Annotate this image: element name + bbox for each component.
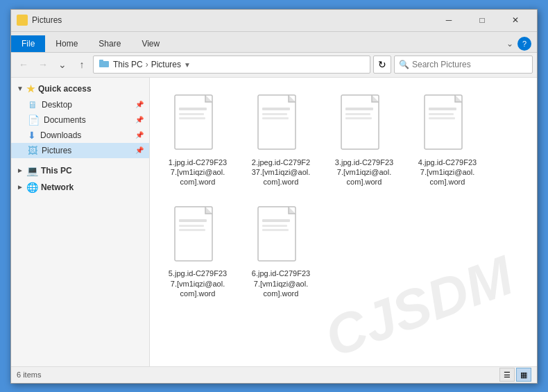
explorer-window: Pictures ─ □ ✕ File Home Share View ⌄ ? … [10,9,538,384]
svg-rect-27 [179,219,207,222]
tab-home[interactable]: Home [45,35,88,52]
search-icon: 🔍 [399,60,409,69]
svg-rect-9 [179,117,205,119]
svg-rect-8 [179,113,204,115]
network-icon: 🌐 [26,182,38,193]
ribbon-tabs: File Home Share View ⌄ ? [11,32,537,53]
file-area: CJSDM 1.jpg.id-C279F237.[vm1iqzi@ao [150,78,537,366]
svg-rect-23 [429,113,454,115]
file-item-2[interactable]: 2.jpeg.id-C279F237.[vm1iqzi@aol.com].wor… [243,87,319,192]
window-icon [17,15,28,26]
file-icon-3 [336,92,392,155]
documents-icon: 📄 [28,114,40,126]
main-area: ▼ ★ Quick access 🖥 Desktop 📌 📄 Documents… [11,78,537,366]
forward-button[interactable]: → [35,56,51,73]
sidebar-network[interactable]: ► 🌐 Network [11,179,149,196]
sidebar-documents-label: Documents [44,115,86,125]
sidebar-this-pc[interactable]: ► 💻 This PC [11,162,149,179]
sidebar-desktop-label: Desktop [42,100,72,110]
svg-rect-22 [429,108,456,110]
dropdown-button[interactable]: ⌄ [54,56,71,73]
window-title: Pictures [32,15,433,25]
file-icon-6 [253,203,309,266]
sidebar-quick-access[interactable]: ▼ ★ Quick access [11,80,149,97]
file-item-6[interactable]: 6.jpg.id-C279F237.[vm1iqzi@aol.com].word [243,198,319,303]
svg-rect-13 [262,113,287,115]
close-button[interactable]: ✕ [499,10,531,31]
window-controls: ─ □ ✕ [433,10,531,31]
pin-icon-desktop: 📌 [135,101,144,108]
breadcrumb-thispc[interactable]: This PC [113,60,143,69]
file-name-2: 2.jpeg.id-C279F237.[vm1iqzi@aol.com].wor… [252,157,311,187]
tab-view[interactable]: View [131,35,170,52]
this-pc-label: This PC [41,166,72,176]
up-button[interactable]: ↑ [74,56,90,73]
expand-ribbon-icon[interactable]: ⌄ [506,39,513,49]
tab-file[interactable]: File [11,35,45,52]
svg-rect-34 [262,229,289,231]
svg-rect-24 [429,117,455,119]
sidebar-item-pictures[interactable]: 🖼 Pictures 📌 [11,143,149,158]
svg-rect-19 [345,117,372,119]
file-icon-1 [170,92,225,155]
network-chevron: ► [17,183,24,191]
maximize-button[interactable]: □ [466,10,498,31]
file-item-4[interactable]: 4.jpg.id-C279F237.[vm1iqzi@aol.com].word [409,87,486,192]
file-icon-5 [170,203,225,266]
quick-access-chevron: ▼ [17,85,24,92]
svg-rect-25 [175,207,212,261]
svg-rect-4 [99,60,103,62]
file-name-1: 1.jpg.id-C279F237.[vm1iqzi@aol.com].word [169,157,227,187]
large-icons-view-button[interactable]: ▦ [516,368,531,382]
svg-rect-14 [262,117,289,119]
file-name-3: 3.jpg.id-C279F237.[vm1iqzi@aol.com].word [335,157,393,187]
help-button[interactable]: ? [517,37,531,51]
sidebar-item-desktop[interactable]: 🖥 Desktop 📌 [11,97,149,112]
sidebar-pictures-label: Pictures [42,146,71,155]
file-icon-4 [420,92,475,155]
sidebar-downloads-label: Downloads [40,130,81,140]
desktop-icon: 🖥 [28,99,37,110]
status-item-count: 6 items [17,370,41,379]
status-bar: 6 items ☰ ▦ [11,366,537,383]
sidebar: ▼ ★ Quick access 🖥 Desktop 📌 📄 Documents… [11,78,150,366]
svg-rect-30 [258,207,296,261]
quick-access-star: ★ [26,83,35,94]
svg-rect-20 [425,95,462,149]
this-pc-icon: 💻 [26,165,38,176]
downloads-icon: ⬇ [28,130,36,141]
svg-rect-32 [262,219,290,222]
breadcrumb-separator-1: › [146,60,148,69]
pin-icon-documents: 📌 [135,116,144,123]
back-button[interactable]: ← [15,56,32,73]
address-dropdown-icon[interactable]: ▼ [184,61,191,69]
svg-rect-33 [262,225,287,227]
svg-rect-18 [345,113,370,115]
file-item-5[interactable]: 5.jpg.id-C279F237.[vm1iqzi@aol.com].word [160,198,236,303]
svg-rect-5 [175,95,212,149]
sidebar-item-downloads[interactable]: ⬇ Downloads 📌 [11,128,149,143]
address-bar[interactable]: This PC › Pictures ▼ [93,56,370,74]
file-name-5: 5.jpg.id-C279F237.[vm1iqzi@aol.com].word [169,269,227,298]
tab-share[interactable]: Share [88,35,131,52]
search-input[interactable] [412,60,528,69]
file-icon-2 [253,92,309,155]
list-view-button[interactable]: ☰ [499,368,515,382]
svg-rect-12 [262,108,290,110]
view-buttons: ☰ ▦ [499,368,531,382]
refresh-button[interactable]: ↻ [373,56,391,74]
search-box[interactable]: 🔍 [394,56,533,74]
quick-access-label: Quick access [38,84,92,94]
svg-rect-2 [18,18,26,24]
pin-icon-downloads: 📌 [135,131,144,139]
file-name-6: 6.jpg.id-C279F237.[vm1iqzi@aol.com].word [252,269,310,298]
svg-rect-17 [345,108,373,110]
svg-rect-29 [179,229,205,231]
pin-icon-pictures: 📌 [135,146,144,154]
title-bar: Pictures ─ □ ✕ [11,10,537,32]
minimize-button[interactable]: ─ [433,10,465,31]
sidebar-item-documents[interactable]: 📄 Documents 📌 [11,112,149,128]
file-item-1[interactable]: 1.jpg.id-C279F237.[vm1iqzi@aol.com].word [160,87,236,192]
file-item-3[interactable]: 3.jpg.id-C279F237.[vm1iqzi@aol.com].word [326,87,402,192]
breadcrumb-pictures[interactable]: Pictures [151,60,181,69]
